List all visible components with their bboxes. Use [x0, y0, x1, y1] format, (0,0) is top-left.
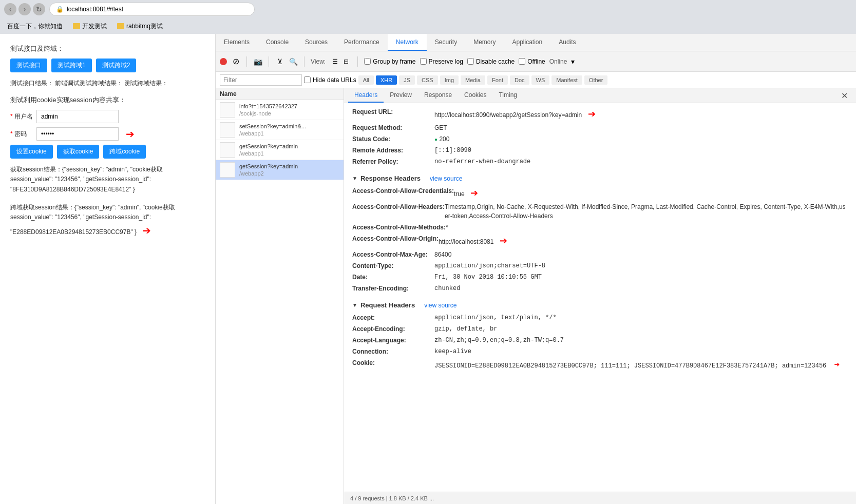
set-cookie-button[interactable]: 设置cookie [10, 145, 53, 159]
acah-key: Access-Control-Allow-Headers: [352, 202, 445, 221]
response-headers-title: Response Headers [360, 175, 421, 182]
group-by-frame-checkbox[interactable]: Group by frame [364, 58, 415, 65]
transfer-encoding-key: Transfer-Encoding: [352, 284, 434, 293]
grid-view-icon[interactable]: ⊟ [341, 56, 351, 67]
detail-tab-cookies[interactable]: Cookies [458, 88, 492, 103]
tab-security[interactable]: Security [427, 34, 465, 51]
folder-icon [117, 23, 124, 29]
filter-other[interactable]: Other [584, 75, 608, 85]
filter-input[interactable] [220, 74, 302, 86]
cookie-buttons: 设置cookie 获取cookie 跨域cookie [10, 145, 205, 159]
tab-elements[interactable]: Elements [216, 34, 258, 51]
referrer-policy-val: no-referrer-when-downgrade [434, 157, 530, 166]
online-label: Online [549, 58, 567, 65]
arrow-url: ➔ [588, 109, 596, 119]
tab-audits[interactable]: Audits [550, 34, 584, 51]
filter-all[interactable]: All [358, 75, 374, 85]
filter-css[interactable]: CSS [417, 75, 438, 85]
accept-language-key: Accept-Language: [352, 336, 434, 345]
nav-buttons: ‹ › ↻ [4, 3, 45, 15]
list-view-icon[interactable]: ☰ [330, 56, 340, 67]
stop-recording-icon[interactable]: ⊘ [231, 57, 240, 66]
filter-doc[interactable]: Doc [510, 75, 529, 85]
filter-img[interactable]: Img [440, 75, 459, 85]
webpage-panel: 测试接口及跨域： 测试接口 测试跨域1 测试跨域2 测试接口结果： 前端调试测试… [0, 34, 216, 504]
request-item-3[interactable]: getSession?key=admin /webapp2 [216, 160, 344, 180]
tab-console[interactable]: Console [258, 34, 297, 51]
connection-key: Connection: [352, 347, 434, 356]
filter-ws[interactable]: WS [531, 75, 550, 85]
camera-icon[interactable]: 📷 [253, 57, 262, 66]
filter-xhr[interactable]: XHR [376, 75, 397, 85]
hide-data-urls-input[interactable] [304, 76, 311, 83]
test-cross1-button[interactable]: 测试跨域1 [51, 59, 92, 72]
main-layout: 测试接口及跨域： 测试接口 测试跨域1 测试跨域2 测试接口结果： 前端调试测试… [0, 34, 856, 504]
hide-data-urls-checkbox[interactable]: Hide data URLs [304, 76, 356, 84]
cookie-key: Cookie: [352, 358, 434, 372]
transfer-encoding-val: chunked [434, 284, 460, 293]
filter-icon[interactable]: ⊻ [275, 57, 284, 66]
request-url-key: Request URL: [352, 107, 434, 121]
search-icon[interactable]: 🔍 [289, 57, 298, 66]
request-item-1[interactable]: setSession?key=admin&... /webapp1 [216, 120, 344, 140]
detail-tab-timing[interactable]: Timing [492, 88, 523, 103]
refresh-button[interactable]: ↻ [33, 3, 45, 15]
offline-checkbox[interactable]: Offline [519, 58, 545, 65]
password-input[interactable] [36, 127, 119, 141]
tab-application[interactable]: Application [504, 34, 551, 51]
filter-font[interactable]: Font [487, 75, 508, 85]
filter-manifest[interactable]: Manifest [551, 75, 582, 85]
request-method-val: GET [434, 123, 447, 132]
test-api-button[interactable]: 测试接口 [10, 59, 47, 72]
preserve-log-checkbox[interactable]: Preserve log [420, 58, 463, 65]
close-detail-button[interactable]: ✕ [837, 88, 852, 103]
detail-tab-preview[interactable]: Preview [384, 88, 418, 103]
arrow-annotation-1: ➔ [126, 128, 135, 140]
acam-key: Access-Control-Allow-Methods: [352, 223, 446, 232]
detail-tab-headers[interactable]: Headers [348, 88, 384, 103]
detail-tab-response[interactable]: Response [418, 88, 458, 103]
get-cookie-button[interactable]: 获取cookie [57, 145, 100, 159]
cross-cookie-button[interactable]: 跨域cookie [103, 145, 146, 159]
group-by-frame-input[interactable] [364, 58, 371, 65]
request-item-0[interactable]: info?t=1543572642327 /sockjs-node [216, 100, 344, 120]
acama-row: Access-Control-Max-Age: 86400 [352, 250, 848, 259]
request-headers-view-source[interactable]: view source [424, 302, 456, 309]
arrow-acao: ➔ [500, 236, 507, 246]
forward-button[interactable]: › [18, 3, 31, 15]
bookmark-label: 百度一下，你就知道 [7, 22, 63, 31]
content-type-row: Content-Type: application/json;charset=U… [352, 261, 848, 270]
offline-input[interactable] [519, 58, 525, 65]
toolbar-separator-3 [304, 56, 305, 67]
accept-val: application/json, text/plain, */* [434, 313, 557, 322]
triangle-icon: ▼ [352, 176, 357, 181]
tab-performance[interactable]: Performance [336, 34, 388, 51]
tab-network[interactable]: Network [388, 34, 427, 51]
view-icon-group: ☰ ⊟ [330, 56, 351, 67]
dropdown-icon[interactable]: ▾ [571, 57, 575, 66]
disable-cache-checkbox[interactable]: Disable cache [467, 58, 515, 65]
bookmark-rabbitmq[interactable]: rabbitmq测试 [114, 21, 166, 32]
username-input[interactable] [36, 110, 119, 123]
disable-cache-label: Disable cache [476, 58, 515, 65]
back-button[interactable]: ‹ [4, 3, 16, 15]
filter-js[interactable]: JS [399, 75, 415, 85]
general-section: Request URL: http://localhost:8090/webap… [352, 107, 848, 166]
preserve-log-input[interactable] [420, 58, 427, 65]
response-headers-view-source[interactable]: view source [430, 175, 462, 182]
disable-cache-input[interactable] [467, 58, 474, 65]
test-cross2-button[interactable]: 测试跨域2 [96, 59, 137, 72]
bookmark-baidu[interactable]: 百度一下，你就知道 [4, 21, 66, 32]
request-name-1: setSession?key=admin&... /webapp1 [239, 123, 306, 138]
status-code-row: Status Code: ● 200 [352, 134, 848, 144]
address-bar[interactable]: 🔒 localhost:8081/#/test [49, 3, 255, 16]
tab-memory[interactable]: Memory [465, 34, 504, 51]
status-code-key: Status Code: [352, 134, 434, 144]
tab-sources[interactable]: Sources [297, 34, 336, 51]
record-button[interactable] [220, 58, 227, 65]
status-bar: 4 / 9 requests | 1.8 KB / 2.4 KB ... [344, 492, 856, 504]
bookmark-dev[interactable]: 开发测试 [70, 21, 110, 32]
response-headers-section: ▼ Response Headers view source Access-Co… [352, 175, 848, 293]
request-item-2[interactable]: getSession?key=admin /webapp1 [216, 140, 344, 160]
filter-media[interactable]: Media [461, 75, 485, 85]
